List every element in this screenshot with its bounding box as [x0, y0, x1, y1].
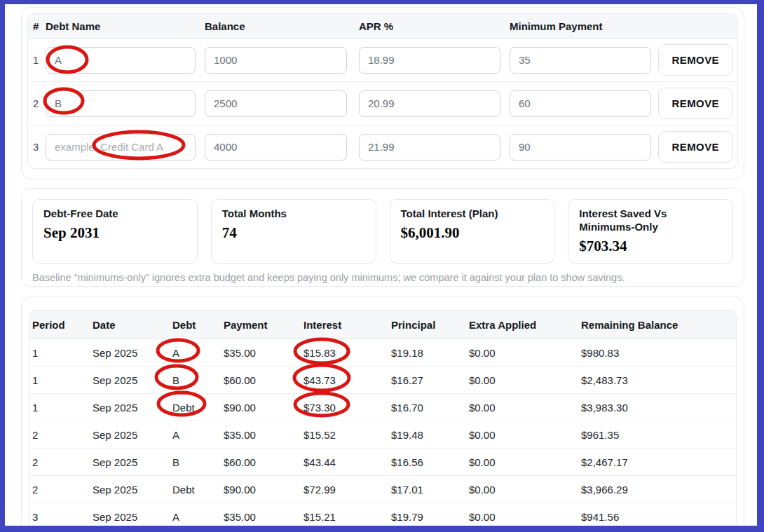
cell-interest: $73.30 — [301, 402, 388, 414]
column-header-min-payment: Minimum Payment — [510, 20, 651, 32]
table-row: 2 Sep 2025 B $60.00 $43.44 $16.56 $0.00 … — [29, 449, 736, 476]
summary-card-label: Total Interest (Plan) — [401, 207, 544, 221]
summary-card-label: Interest Saved Vs Minimums-Only — [579, 207, 722, 234]
cell-date: Sep 2025 — [90, 456, 170, 468]
cell-payment: $90.00 — [221, 484, 301, 496]
cell-period: 3 — [29, 511, 90, 523]
debt-row: 2 REMOVE — [28, 82, 737, 125]
column-header-remaining-balance: Remaining Balance — [578, 319, 736, 331]
cell-extra-applied: $0.00 — [466, 374, 578, 386]
table-row: 3 Sep 2025 A $35.00 $15.21 $19.79 $0.00 … — [29, 503, 736, 531]
cell-period: 2 — [29, 456, 90, 468]
debt-balance-input[interactable] — [205, 90, 347, 117]
cell-date: Sep 2025 — [90, 484, 170, 496]
remove-debt-button[interactable]: REMOVE — [658, 44, 733, 76]
column-header-period: Period — [29, 319, 90, 331]
cell-payment: $60.00 — [221, 374, 301, 386]
debt-row-index: 3 — [28, 142, 46, 153]
debt-row-index: 2 — [28, 98, 46, 109]
cell-payment: $35.00 — [221, 511, 301, 523]
cell-debt: A — [170, 429, 221, 441]
column-header-date: Date — [90, 319, 170, 331]
summary-panel: Debt-Free Date Sep 2031 Total Months 74 … — [21, 188, 744, 287]
column-header-debt-name: Debt Name — [46, 20, 196, 32]
summary-card-value: Sep 2031 — [43, 224, 186, 242]
cell-interest: $72.99 — [301, 484, 388, 496]
cell-principal: $16.70 — [388, 402, 466, 414]
cell-debt: Debt — [170, 484, 221, 496]
cell-payment: $60.00 — [221, 456, 301, 468]
debt-name-input[interactable] — [46, 90, 196, 117]
cell-principal: $17.01 — [388, 484, 466, 496]
summary-card-value: $703.34 — [579, 238, 722, 255]
cell-extra-applied: $0.00 — [466, 347, 578, 359]
column-header-payment: Payment — [221, 319, 301, 331]
column-header-interest: Interest — [301, 319, 388, 331]
summary-card-value: 74 — [222, 224, 365, 242]
debt-apr-input[interactable] — [359, 134, 500, 161]
cell-period: 1 — [29, 402, 90, 414]
cell-principal: $19.18 — [388, 347, 466, 359]
summary-card-total-months: Total Months 74 — [211, 199, 376, 264]
cell-debt: A — [170, 511, 221, 523]
column-header-balance: Balance — [205, 20, 347, 32]
debt-apr-input[interactable] — [359, 47, 500, 74]
cell-interest: $15.52 — [301, 429, 388, 441]
debt-min-payment-input[interactable] — [510, 90, 651, 117]
remove-debt-button[interactable]: REMOVE — [658, 131, 733, 163]
schedule-table: Period Date Debt Payment Interest Princi… — [29, 310, 737, 531]
cell-interest: $15.21 — [301, 511, 388, 523]
column-header-extra-applied: Extra Applied — [466, 319, 578, 331]
debt-balance-input[interactable] — [205, 134, 347, 161]
cell-interest: $15.83 — [301, 347, 388, 359]
cell-extra-applied: $0.00 — [466, 456, 578, 468]
summary-card-label: Total Months — [222, 207, 365, 221]
cell-payment: $90.00 — [221, 402, 301, 414]
cell-extra-applied: $0.00 — [466, 511, 578, 523]
table-row: 1 Sep 2025 B $60.00 $43.73 $16.27 $0.00 … — [29, 367, 736, 394]
debts-table: # Debt Name Balance APR % Minimum Paymen… — [27, 13, 738, 169]
cell-principal: $19.48 — [388, 429, 466, 441]
cell-principal: $19.79 — [388, 511, 466, 523]
schedule-panel: Period Date Debt Payment Interest Princi… — [21, 296, 744, 532]
cell-period: 2 — [29, 429, 90, 441]
cell-debt: Debt — [170, 402, 221, 414]
cell-remaining-balance: $3,966.29 — [578, 484, 736, 496]
cell-payment: $35.00 — [221, 347, 301, 359]
debts-editor-panel: # Debt Name Balance APR % Minimum Paymen… — [21, 7, 744, 179]
summary-cards: Debt-Free Date Sep 2031 Total Months 74 … — [32, 199, 733, 264]
debt-min-payment-input[interactable] — [510, 134, 651, 161]
debt-name-input[interactable] — [46, 47, 196, 74]
debt-balance-input[interactable] — [205, 47, 347, 74]
debts-table-header: # Debt Name Balance APR % Minimum Paymen… — [28, 14, 737, 39]
cell-principal: $16.27 — [388, 374, 466, 386]
cell-debt: A — [170, 347, 221, 359]
cell-date: Sep 2025 — [90, 511, 170, 523]
cell-remaining-balance: $2,483.73 — [578, 374, 736, 386]
cell-interest: $43.44 — [301, 456, 388, 468]
cell-period: 1 — [29, 347, 90, 359]
cell-interest: $43.73 — [301, 374, 388, 386]
debt-row: 1 REMOVE — [28, 39, 737, 82]
cell-date: Sep 2025 — [90, 429, 170, 441]
debt-apr-input[interactable] — [359, 90, 500, 117]
cell-payment: $35.00 — [221, 429, 301, 441]
cell-remaining-balance: $941.56 — [578, 511, 736, 523]
schedule-table-body: 1 Sep 2025 A $35.00 $15.83 $19.18 $0.00 … — [29, 339, 736, 531]
remove-debt-button[interactable]: REMOVE — [658, 88, 733, 119]
table-row: 1 Sep 2025 A $35.00 $15.83 $19.18 $0.00 … — [29, 339, 736, 367]
cell-remaining-balance: $2,467.17 — [578, 456, 736, 468]
column-header-debt: Debt — [170, 319, 221, 331]
cell-remaining-balance: $961.35 — [578, 429, 736, 441]
debt-calculator-page: # Debt Name Balance APR % Minimum Paymen… — [0, 0, 764, 532]
table-row: 2 Sep 2025 A $35.00 $15.52 $19.48 $0.00 … — [29, 421, 736, 449]
cell-principal: $16.56 — [388, 456, 466, 468]
summary-card-interest-saved: Interest Saved Vs Minimums-Only $703.34 — [568, 199, 733, 264]
cell-period: 2 — [29, 484, 90, 496]
schedule-table-header: Period Date Debt Payment Interest Princi… — [29, 311, 736, 339]
cell-debt: B — [170, 374, 221, 386]
debt-min-payment-input[interactable] — [510, 47, 651, 74]
table-row: 2 Sep 2025 Debt $90.00 $72.99 $17.01 $0.… — [29, 476, 736, 503]
debt-name-input[interactable] — [46, 134, 196, 161]
cell-remaining-balance: $980.83 — [578, 347, 736, 359]
